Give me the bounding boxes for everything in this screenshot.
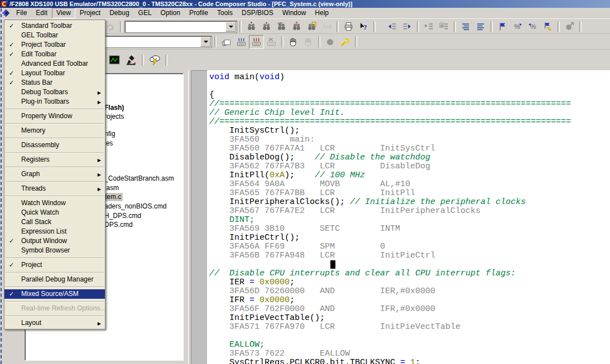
menu-item-label: Symbol Browser: [21, 246, 70, 254]
toolbar-separator: [142, 55, 144, 66]
source-editor[interactable]: void main(void){//======================…: [207, 70, 610, 364]
bookmark-edit-icon[interactable]: [540, 20, 555, 33]
menubar-item-debug[interactable]: Debug: [105, 8, 133, 18]
print-icon[interactable]: [341, 20, 356, 33]
tree-item-fragment[interactable]: Flash): [104, 104, 124, 111]
code-line: 3FA560 767FA7A1 LCR InitSysCtrl: [209, 144, 610, 153]
dock-edge-handle[interactable]: [1, 8, 2, 364]
menubar-item-help[interactable]: Help: [310, 8, 333, 18]
find-in-files-icon[interactable]: [304, 20, 319, 33]
find-prev-word-icon[interactable]: a: [421, 20, 436, 33]
menubar-item-project[interactable]: Project: [75, 8, 105, 18]
toolbar-separator: [491, 21, 493, 32]
menu-item-property-window[interactable]: Property Window: [4, 111, 105, 121]
editor-selection-margin[interactable]: [190, 70, 207, 364]
incremental-build-icon[interactable]: [234, 35, 249, 49]
menu-item-layout[interactable]: Layout▶: [4, 318, 105, 328]
menu-item-label: Watch Window: [21, 199, 66, 207]
menu-item-advanced-edit-toolbar[interactable]: Advanced Edit Toolbar: [4, 59, 105, 69]
gel-cloud-icon[interactable]: [146, 52, 163, 68]
code-segment-op: =: [249, 295, 254, 305]
menubar-item-gel[interactable]: GEL: [134, 8, 156, 18]
probe-point-icon[interactable]: [562, 20, 577, 33]
menu-item-edit-toolbar[interactable]: ✓Edit Toolbar: [4, 50, 105, 59]
profile-prev-icon[interactable]: %: [525, 20, 540, 33]
menubar-item-edit[interactable]: Edit: [31, 8, 52, 18]
menu-item-call-stack[interactable]: Call Stack: [4, 217, 105, 227]
tree-item-fragment[interactable]: tem.c: [104, 193, 123, 201]
halt-icon[interactable]: [286, 35, 301, 49]
menu-item-parallel-debug-manager[interactable]: Parallel Debug Manager: [4, 275, 105, 284]
tree-item-fragment[interactable]: DPS.cmd: [104, 221, 133, 229]
tree-item-fragment[interactable]: rojects: [104, 113, 124, 120]
bookmark-flag-icon[interactable]: [495, 20, 510, 33]
menubar-item-tools[interactable]: Tools: [213, 8, 237, 18]
menubar-item-view[interactable]: View: [52, 8, 75, 18]
probe-microscope-icon[interactable]: [123, 52, 140, 68]
submenu-arrow-icon: ▶: [98, 98, 101, 107]
menu-item-memory[interactable]: Memory: [4, 126, 105, 135]
tools-wrench-icon[interactable]: [338, 35, 353, 49]
menubar-item-window[interactable]: Window: [278, 8, 311, 18]
outline-right-icon[interactable]: [473, 20, 488, 33]
menu-item-standard-toolbar[interactable]: ✓Standard Toolbar: [4, 21, 105, 31]
code-line: DINT;: [209, 216, 610, 225]
tree-item-fragment[interactable]: nfig: [104, 130, 115, 138]
menu-item-status-bar[interactable]: ✓Status Bar: [4, 78, 105, 88]
search-text-combobox[interactable]: [124, 21, 237, 33]
find-prev-icon[interactable]: [259, 20, 274, 33]
code-line: 3FA56B 767FA948 LCR InitPieCtrl: [209, 251, 610, 260]
tree-item-fragment[interactable]: aders_nonBIOS.cmd: [104, 202, 166, 210]
menu-item-layout-toolbar[interactable]: ✓Layout Toolbar: [4, 69, 105, 78]
tree-item-fragment[interactable]: .asm: [104, 184, 119, 192]
menu-item-gel-toolbar[interactable]: GEL Toolbar: [4, 31, 105, 40]
outdent-icon[interactable]: [400, 20, 415, 33]
remove-breakpoints-icon[interactable]: [323, 35, 338, 49]
toolbar-separator: [120, 21, 122, 32]
menu-item-label: Layout Toolbar: [21, 69, 65, 77]
menu-item-mixed-source-asm[interactable]: ✓Mixed Source/ASM: [4, 289, 105, 299]
menu-item-output-window[interactable]: ✓Output Window: [4, 236, 105, 246]
code-segment-cmt: //======================================…: [209, 99, 571, 109]
menu-item-threads[interactable]: Threads▶: [4, 184, 105, 193]
indent-icon[interactable]: [385, 20, 400, 33]
rebuild-all-icon[interactable]: [249, 35, 264, 49]
tree-item-fragment[interactable]: H_DPS.cmd: [104, 212, 141, 220]
tree-item-fragment[interactable]: les: [104, 139, 113, 147]
menubar-item-option[interactable]: Option: [156, 8, 185, 18]
menu-item-plug-in-toolbars[interactable]: Plug-in Toolbars▶: [4, 97, 105, 106]
gel-expression-combobox[interactable]: [99, 36, 212, 48]
compile-file-icon[interactable]: [219, 35, 234, 49]
code-segment-asm: 3FA560 main:: [209, 135, 315, 144]
menu-item-project-toolbar[interactable]: ✓Project Toolbar: [4, 40, 105, 50]
menu-separator: [6, 138, 104, 139]
find-help-icon[interactable]: ?: [289, 20, 304, 33]
menu-item-disassembly[interactable]: Disassembly: [4, 140, 105, 150]
combo-dropdown-icon[interactable]: [200, 37, 211, 47]
combo-dropdown-icon[interactable]: [225, 22, 236, 32]
find-word-icon[interactable]: ABC: [274, 20, 289, 33]
menu-item-label: Layout: [21, 319, 41, 327]
menu-item-quick-watch[interactable]: Quick Watch: [4, 208, 105, 217]
find-next-icon[interactable]: [244, 20, 259, 33]
menubar-item-file[interactable]: File: [12, 8, 31, 18]
pane-splitter[interactable]: [188, 70, 191, 364]
menu-item-watch-window[interactable]: Watch Window: [4, 198, 105, 208]
menubar-item-dsp-bios[interactable]: DSP/BIOS: [237, 8, 278, 18]
graph-window-icon[interactable]: [106, 52, 123, 68]
menu-item-symbol-browser[interactable]: Symbol Browser: [4, 246, 105, 255]
code-segment-cmt: // Disable CPU interrupts and clear all …: [209, 269, 516, 278]
tree-item-fragment[interactable]: _CodeStartBranch.asm: [104, 174, 174, 182]
text-cursor: [330, 260, 335, 269]
outline-left-icon[interactable]: [458, 20, 473, 33]
menu-item-expression-list[interactable]: Expression List: [4, 227, 105, 236]
menu-item-registers[interactable]: Registers▶: [4, 155, 105, 164]
code-line: [209, 332, 610, 341]
menu-item-debug-toolbars[interactable]: Debug Toolbars▶: [4, 88, 105, 97]
profile-next-icon[interactable]: %: [510, 20, 525, 33]
context-help-icon[interactable]: ?: [356, 20, 371, 33]
menubar-item-profile[interactable]: Profile: [185, 8, 213, 18]
menu-item-graph[interactable]: Graph▶: [4, 169, 105, 179]
menu-item-project[interactable]: ✓Project: [4, 260, 105, 270]
find-next-word-icon[interactable]: a: [436, 20, 452, 33]
